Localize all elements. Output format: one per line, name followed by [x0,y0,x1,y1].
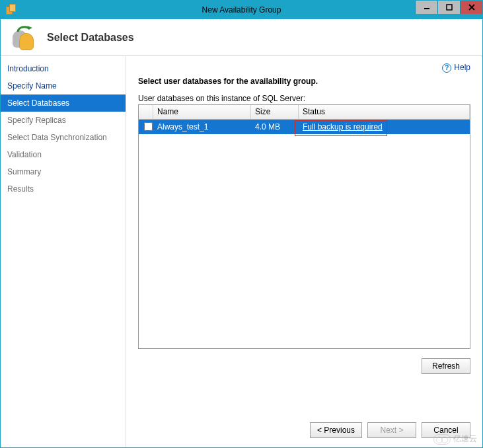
svg-rect-1 [447,5,452,10]
row-status: Full backup is required [299,122,470,131]
close-icon [468,4,475,11]
help-link[interactable]: Help [454,63,470,72]
column-name[interactable]: Name [153,105,251,119]
table-row[interactable]: Always_test_1 4.0 MB Full backup is requ… [139,120,470,134]
main-heading: Select user databases for the availabili… [138,77,470,86]
maximize-button[interactable] [437,1,460,14]
wizard-sidebar: Introduction Specify Name Select Databas… [1,56,126,447]
previous-button[interactable]: < Previous [310,422,362,438]
sidebar-item-introduction[interactable]: Introduction [1,60,126,77]
arrow-icon [15,24,32,36]
titlebar: New Availability Group [1,1,482,19]
table-header: Name Size Status [139,105,470,120]
maximize-icon [446,4,453,11]
sidebar-item-select-databases[interactable]: Select Databases [1,94,126,112]
column-checkbox[interactable] [139,105,153,119]
sidebar-item-select-data-sync[interactable]: Select Data Synchronization [1,129,126,146]
minimize-icon [424,4,430,11]
refresh-button[interactable]: Refresh [422,358,470,374]
close-button[interactable] [460,1,482,14]
help-icon: ? [442,63,451,73]
cancel-button[interactable]: Cancel [422,422,470,438]
sidebar-item-specify-replicas[interactable]: Specify Replicas [1,112,126,129]
row-name: Always_test_1 [153,122,251,131]
row-size: 4.0 MB [251,122,299,131]
sidebar-item-results[interactable]: Results [1,180,126,198]
header-band: Select Databases [1,19,482,56]
status-link[interactable]: Full backup is required [303,122,383,131]
wizard-footer-buttons: < Previous Next > Cancel [310,422,470,438]
database-table: Name Size Status Always_test_1 4.0 MB Fu… [138,104,470,349]
main-panel: ?Help Select user databases for the avai… [126,56,482,447]
page-title: Select Databases [47,32,134,44]
row-checkbox-cell [139,122,153,131]
sidebar-item-summary[interactable]: Summary [1,163,126,180]
column-status[interactable]: Status [299,105,470,119]
next-button: Next > [367,422,416,438]
row-checkbox[interactable] [144,122,153,131]
minimize-button[interactable] [415,1,437,14]
database-wizard-icon [10,24,38,52]
window-controls [415,1,482,14]
column-size[interactable]: Size [251,105,299,119]
sidebar-item-validation[interactable]: Validation [1,146,126,163]
window-title: New Availability Group [202,5,281,15]
main-subheading: User databases on this instance of SQL S… [138,94,470,103]
sidebar-item-specify-name[interactable]: Specify Name [1,77,126,94]
app-icon [5,3,19,17]
